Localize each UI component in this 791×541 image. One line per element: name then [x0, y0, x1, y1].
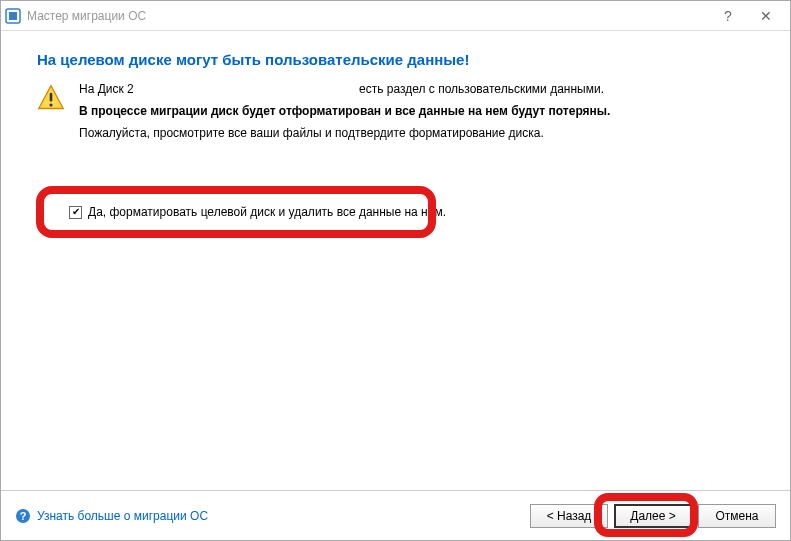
help-icon: ? [15, 508, 31, 524]
svg-rect-1 [9, 12, 17, 20]
back-button[interactable]: < Назад [530, 504, 608, 528]
wizard-buttons: < Назад Далее > Отмена [530, 504, 776, 528]
app-icon [5, 8, 21, 24]
warning-section: На Диск 2 есть раздел с пользовательским… [37, 82, 754, 150]
window-title: Мастер миграции ОС [27, 9, 718, 23]
confirm-checkbox-row: ✔ Да, форматировать целевой диск и удали… [69, 205, 446, 219]
warning-body: На Диск 2 есть раздел с пользовательским… [79, 82, 754, 150]
titlebar-controls: ? ✕ [718, 8, 776, 24]
close-button[interactable]: ✕ [756, 8, 776, 24]
footer: ? Узнать больше о миграции ОС < Назад Да… [1, 490, 790, 540]
cancel-button[interactable]: Отмена [698, 504, 776, 528]
confirm-prompt: Пожалуйста, просмотрите все ваши файлы и… [79, 126, 754, 140]
format-warning: В процессе миграции диск будет отформати… [79, 104, 754, 118]
warning-icon [37, 84, 65, 112]
disk-name: На Диск 2 [79, 82, 359, 96]
svg-rect-3 [50, 93, 53, 102]
content-area: На целевом диске могут быть пользователь… [1, 31, 790, 490]
next-button[interactable]: Далее > [614, 504, 692, 528]
learn-more-link[interactable]: ? Узнать больше о миграции ОС [15, 508, 208, 524]
svg-text:?: ? [20, 510, 27, 522]
disk-info-line: На Диск 2 есть раздел с пользовательским… [79, 82, 754, 96]
disk-note: есть раздел с пользовательскими данными. [359, 82, 754, 96]
learn-more-label: Узнать больше о миграции ОС [37, 509, 208, 523]
wizard-window: Мастер миграции ОС ? ✕ На целевом диске … [0, 0, 791, 541]
svg-point-4 [49, 103, 52, 106]
confirm-checkbox-label: Да, форматировать целевой диск и удалить… [88, 205, 446, 219]
help-button[interactable]: ? [718, 8, 738, 24]
page-heading: На целевом диске могут быть пользователь… [37, 51, 754, 68]
confirm-checkbox[interactable]: ✔ [69, 206, 82, 219]
titlebar: Мастер миграции ОС ? ✕ [1, 1, 790, 31]
